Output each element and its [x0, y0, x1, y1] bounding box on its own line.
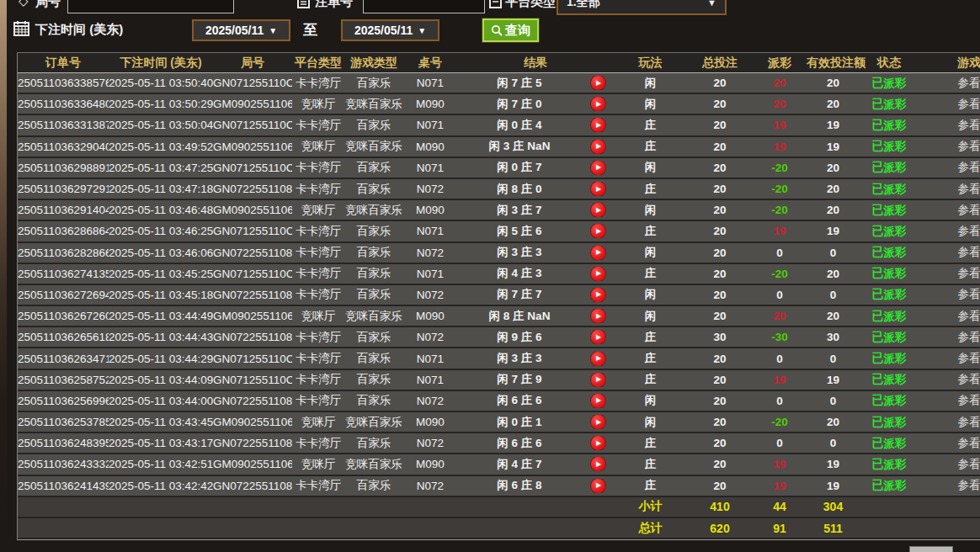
header-status: 状态: [860, 56, 919, 71]
cell-status: 已派彩: [860, 457, 919, 472]
cell-platform-type: 卡卡湾厅: [292, 224, 344, 239]
cell-game-link-clipped[interactable]: 参看: [919, 330, 980, 345]
cell-round-no: GM0902551106D: [213, 310, 292, 322]
grand-total-label: 总计: [614, 521, 687, 536]
cell-platform-type: 卡卡湾厅: [292, 436, 344, 451]
cell-replay: ▶: [582, 309, 614, 323]
cell-order-no: 250511036331387: [18, 119, 109, 131]
play-icon[interactable]: ▶: [591, 330, 605, 344]
cell-game-link-clipped[interactable]: 参看: [919, 457, 980, 472]
cell-table-no: N072: [403, 289, 457, 301]
cell-game-type: 竞咪百家乐: [344, 97, 403, 112]
cell-game-type: 竞咪百家乐: [344, 139, 403, 154]
play-icon[interactable]: ▶: [591, 288, 605, 302]
cell-order-no: 250511036298891: [18, 162, 109, 174]
table-header-row: 订单号 下注时间 (美东) 局号 平台类型 游戏类型 桌号 结果 玩法 总投注 …: [18, 53, 980, 73]
cell-valid-bet: 20: [807, 310, 860, 322]
cell-result: 闲 0 庄 1: [457, 415, 582, 430]
cell-game-link-clipped[interactable]: 参看: [919, 139, 980, 154]
play-icon[interactable]: ▶: [591, 140, 605, 154]
play-icon[interactable]: ▶: [591, 182, 605, 196]
cell-game-type: 百家乐: [344, 118, 403, 133]
table-row: 250511036263471 2025-05-11 03:44:29 GN07…: [18, 348, 980, 369]
cell-game-link-clipped[interactable]: 参看: [919, 118, 980, 133]
header-valid-bet: 有效投注额: [807, 56, 860, 71]
header-game-clipped: 游戏: [919, 56, 980, 71]
cell-round-no: GN0722551108G: [213, 480, 292, 492]
cell-table-no: N072: [403, 480, 457, 492]
cell-round-no: GN071255110CE: [213, 353, 292, 365]
cell-game-link-clipped[interactable]: 参看: [919, 203, 980, 218]
cell-game-link-clipped[interactable]: 参看: [919, 351, 980, 366]
cell-game-link-clipped[interactable]: 参看: [919, 309, 980, 324]
date-to-picker[interactable]: 2025/05/11 ▼: [341, 19, 439, 41]
cell-bet-time: 2025-05-11 03:50:40: [109, 77, 213, 89]
cell-valid-bet: 19: [807, 141, 860, 153]
play-icon[interactable]: ▶: [591, 224, 605, 238]
cell-result: 闲 7 庄 7: [457, 287, 582, 302]
cell-bet-time: 2025-05-11 03:50:04: [109, 119, 213, 131]
cell-total-bet: 30: [687, 331, 753, 343]
round-no-input[interactable]: [67, 0, 234, 13]
cell-game-link-clipped[interactable]: 参看: [919, 76, 980, 91]
cell-game-link-clipped[interactable]: 参看: [919, 393, 980, 408]
cell-result: 闲 6 庄 6: [457, 436, 582, 451]
cell-table-no: N072: [403, 437, 457, 449]
cell-game-link-clipped[interactable]: 参看: [919, 436, 980, 451]
cell-status: 已派彩: [860, 118, 919, 133]
query-button[interactable]: 查询: [482, 19, 539, 42]
cell-total-bet: 20: [687, 98, 753, 110]
cell-game-link-clipped[interactable]: 参看: [919, 224, 980, 239]
grand-total-row: 总计 620 91 511: [18, 518, 980, 539]
play-icon[interactable]: ▶: [591, 352, 605, 366]
header-order-no: 订单号: [18, 56, 109, 71]
cell-table-no: N071: [403, 353, 457, 365]
date-range-to-label: 至: [303, 20, 317, 40]
cell-bet-time: 2025-05-11 03:44:29: [109, 353, 213, 365]
play-icon[interactable]: ▶: [591, 118, 605, 132]
cell-game-link-clipped[interactable]: 参看: [919, 245, 980, 260]
bet-no-input[interactable]: [363, 0, 485, 13]
cell-platform-type: 卡卡湾厅: [292, 245, 344, 260]
cell-status: 已派彩: [860, 351, 919, 366]
cell-result: 闲 8 庄 0: [457, 182, 582, 197]
date-from-picker[interactable]: 2025/05/11 ▼: [192, 19, 290, 41]
cell-game-link-clipped[interactable]: 参看: [919, 478, 980, 493]
play-icon[interactable]: ▶: [591, 161, 605, 175]
play-icon[interactable]: ▶: [591, 76, 605, 90]
cell-valid-bet: 20: [807, 98, 860, 110]
play-icon[interactable]: ▶: [591, 309, 605, 323]
play-icon[interactable]: ▶: [591, 436, 605, 450]
play-icon[interactable]: ▶: [591, 246, 605, 260]
play-icon[interactable]: ▶: [591, 394, 605, 408]
play-icon[interactable]: ▶: [591, 267, 605, 281]
play-icon[interactable]: ▶: [591, 373, 605, 387]
play-icon[interactable]: ▶: [591, 203, 605, 217]
horizontal-scrollbar-thumb[interactable]: [909, 546, 953, 552]
play-icon[interactable]: ▶: [591, 97, 605, 111]
cell-table-no: N071: [403, 77, 457, 89]
play-icon[interactable]: ▶: [591, 457, 605, 471]
cell-game-link-clipped[interactable]: 参看: [919, 372, 980, 387]
cell-game-link-clipped[interactable]: 参看: [919, 415, 980, 430]
cell-platform-type: 卡卡湾厅: [292, 266, 344, 281]
play-icon[interactable]: ▶: [591, 415, 605, 429]
table-row: 250511036297291 2025-05-11 03:47:18 GN07…: [18, 179, 980, 200]
cell-replay: ▶: [582, 140, 614, 154]
query-button-label: 查询: [505, 23, 530, 39]
cell-game-link-clipped[interactable]: 参看: [919, 160, 980, 175]
platform-type-select[interactable]: 1.全部 ▼: [557, 0, 727, 15]
cell-game-link-clipped[interactable]: 参看: [919, 97, 980, 112]
table-row: 250511036329040 2025-05-11 03:49:52 GM09…: [18, 137, 980, 158]
cell-game-link-clipped[interactable]: 参看: [919, 182, 980, 197]
cell-game-link-clipped[interactable]: 参看: [919, 266, 980, 281]
cell-status: 已派彩: [860, 139, 919, 154]
cell-game-link-clipped[interactable]: 参看: [919, 287, 980, 302]
cell-total-bet: 20: [687, 374, 753, 386]
table-row: 250511036243332 2025-05-11 03:42:51 GM09…: [18, 454, 980, 475]
play-icon[interactable]: ▶: [591, 479, 605, 493]
cell-status: 已派彩: [860, 224, 919, 239]
cell-order-no: 250511036272694: [18, 289, 109, 301]
cell-replay: ▶: [582, 76, 614, 90]
header-round-no: 局号: [213, 56, 292, 71]
